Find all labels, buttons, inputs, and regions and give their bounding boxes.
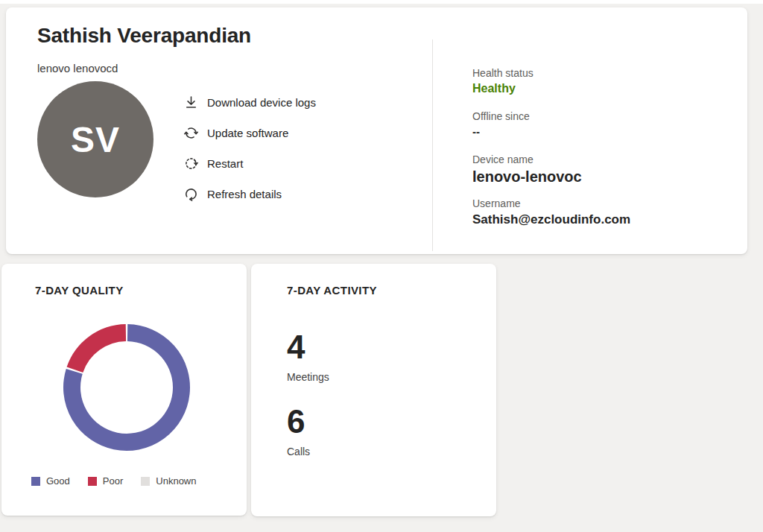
calls-count: 6 xyxy=(287,405,310,438)
meetings-count: 4 xyxy=(287,331,329,364)
calls-label: Calls xyxy=(287,446,310,457)
unknown-swatch xyxy=(141,477,150,486)
page-top-strip xyxy=(0,0,763,4)
meetings-label: Meetings xyxy=(287,371,329,383)
fact-value: -- xyxy=(472,125,530,138)
poor-swatch xyxy=(88,477,97,486)
refresh-details-button[interactable]: Refresh details xyxy=(183,186,316,201)
restart-button[interactable]: Restart xyxy=(183,156,316,171)
download-icon xyxy=(183,95,199,110)
fact-username: Username Sathish@ezcloudinfo.com xyxy=(472,197,630,227)
fact-device-name: Device name lenovo-lenovoc xyxy=(472,153,582,186)
fact-offline-since: Offline since -- xyxy=(472,110,530,138)
quality-legend: Good Poor Unknown xyxy=(31,475,196,487)
activity-card-title: 7-DAY ACTIVITY xyxy=(287,284,377,297)
fact-label: Health status xyxy=(472,67,534,79)
restart-icon xyxy=(183,156,199,171)
fact-value: Sathish@ezcloudinfo.com xyxy=(472,212,630,227)
device-actions: Download device logs Update software Res… xyxy=(183,95,316,201)
download-device-logs-button[interactable]: Download device logs xyxy=(183,95,316,110)
donut-segment-poor xyxy=(75,333,125,370)
fact-health-status: Health status Healthy xyxy=(472,67,534,95)
legend-item-unknown: Unknown xyxy=(141,475,196,487)
sync-icon xyxy=(183,125,199,141)
legend-label: Poor xyxy=(103,475,123,487)
fact-label: Offline since xyxy=(472,110,530,122)
activity-card: 7-DAY ACTIVITY 4 Meetings 6 Calls xyxy=(251,264,496,516)
fact-label: Username xyxy=(472,197,630,209)
action-label: Restart xyxy=(207,157,243,170)
good-swatch xyxy=(31,477,40,486)
quality-card-title: 7-DAY QUALITY xyxy=(35,284,124,297)
calls-stat: 6 Calls xyxy=(287,405,310,457)
update-software-button[interactable]: Update software xyxy=(183,125,316,140)
action-label: Download device logs xyxy=(207,96,316,109)
legend-label: Good xyxy=(46,475,70,487)
fact-value: lenovo-lenovoc xyxy=(472,168,582,186)
action-label: Refresh details xyxy=(207,188,282,200)
avatar: SV xyxy=(37,81,153,197)
avatar-initials: SV xyxy=(71,119,120,160)
legend-item-good: Good xyxy=(31,475,70,487)
refresh-icon xyxy=(183,186,199,202)
fact-value: Healthy xyxy=(472,82,534,95)
fact-label: Device name xyxy=(472,153,582,165)
profile-card: Sathish Veerapandian lenovo lenovocd SV … xyxy=(6,7,747,254)
quality-card: 7-DAY QUALITY Good Poor Unknown xyxy=(1,264,247,516)
quality-donut-chart xyxy=(1,307,247,474)
vertical-divider xyxy=(432,39,433,251)
legend-label: Unknown xyxy=(156,475,196,487)
device-subtitle: lenovo lenovocd xyxy=(37,62,118,75)
legend-item-poor: Poor xyxy=(88,475,123,487)
page-title: Sathish Veerapandian xyxy=(37,24,251,48)
meetings-stat: 4 Meetings xyxy=(287,331,329,383)
action-label: Update software xyxy=(207,127,288,139)
